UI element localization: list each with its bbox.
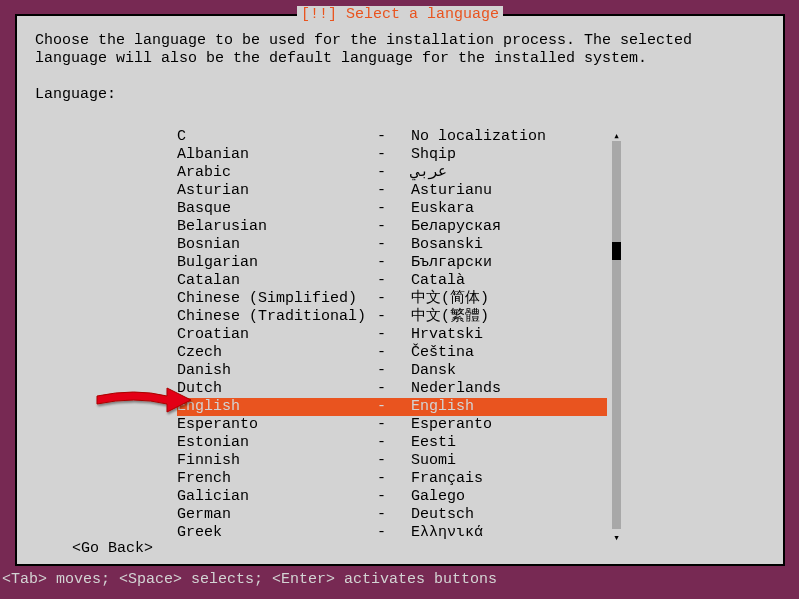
language-native: Shqip — [411, 146, 607, 164]
language-native: Català — [411, 272, 607, 290]
separator: - — [377, 272, 411, 290]
separator: - — [377, 164, 411, 182]
scroll-down-icon[interactable]: ▾ — [612, 529, 621, 543]
language-option[interactable]: Finnish - Suomi — [177, 452, 607, 470]
language-name: Dutch — [177, 380, 377, 398]
language-option[interactable]: Danish - Dansk — [177, 362, 607, 380]
language-option[interactable]: French - Français — [177, 470, 607, 488]
language-option[interactable]: Albanian - Shqip — [177, 146, 607, 164]
language-name: Arabic — [177, 164, 377, 182]
language-native: Nederlands — [411, 380, 607, 398]
dialog-title: [!!] Select a language — [297, 6, 503, 24]
language-name: Finnish — [177, 452, 377, 470]
separator: - — [377, 362, 411, 380]
separator: - — [377, 398, 411, 416]
language-option[interactable]: Arabic - عربي — [177, 164, 607, 182]
language-name: French — [177, 470, 377, 488]
language-option[interactable]: Chinese (Traditional) - 中文(繁體) — [177, 308, 607, 326]
separator: - — [377, 200, 411, 218]
language-native: English — [411, 398, 607, 416]
separator: - — [377, 506, 411, 524]
dialog-content: Choose the language to be used for the i… — [17, 16, 783, 138]
separator: - — [377, 308, 411, 326]
language-native: عربي — [411, 164, 607, 182]
language-native: Беларуская — [411, 218, 607, 236]
language-option[interactable]: Bulgarian - Български — [177, 254, 607, 272]
language-native: Euskara — [411, 200, 607, 218]
language-option[interactable]: Czech - Čeština — [177, 344, 607, 362]
language-native: Dansk — [411, 362, 607, 380]
separator: - — [377, 182, 411, 200]
language-option[interactable]: Bosnian - Bosanski — [177, 236, 607, 254]
language-native: Čeština — [411, 344, 607, 362]
language-name: Czech — [177, 344, 377, 362]
language-option[interactable]: Greek - Ελληνικά — [177, 524, 607, 542]
language-native: Deutsch — [411, 506, 607, 524]
language-option[interactable]: Estonian - Eesti — [177, 434, 607, 452]
prompt-label: Language: — [35, 86, 765, 104]
separator: - — [377, 524, 411, 542]
language-name: German — [177, 506, 377, 524]
language-name: C — [177, 128, 377, 146]
scroll-thumb[interactable] — [612, 242, 621, 260]
language-name: Bosnian — [177, 236, 377, 254]
language-name: Bulgarian — [177, 254, 377, 272]
language-native: Suomi — [411, 452, 607, 470]
language-native: Ελληνικά — [411, 524, 607, 542]
separator: - — [377, 128, 411, 146]
dialog-title-bar: [!!] Select a language — [17, 6, 783, 24]
language-native: Français — [411, 470, 607, 488]
scrollbar[interactable]: ▴ ▾ — [612, 128, 621, 542]
language-option[interactable]: Asturian - Asturianu — [177, 182, 607, 200]
language-native: Bosanski — [411, 236, 607, 254]
language-native: Galego — [411, 488, 607, 506]
language-native: Asturianu — [411, 182, 607, 200]
language-name: Chinese (Traditional) — [177, 308, 377, 326]
language-name: Basque — [177, 200, 377, 218]
separator: - — [377, 380, 411, 398]
go-back-button[interactable]: <Go Back> — [72, 540, 153, 558]
separator: - — [377, 254, 411, 272]
separator: - — [377, 218, 411, 236]
language-list[interactable]: C - No localizationAlbanian - ShqipArabi… — [177, 128, 607, 542]
language-name: Belarusian — [177, 218, 377, 236]
separator: - — [377, 470, 411, 488]
separator: - — [377, 344, 411, 362]
language-option[interactable]: Esperanto - Esperanto — [177, 416, 607, 434]
language-name: Catalan — [177, 272, 377, 290]
language-option[interactable]: Basque - Euskara — [177, 200, 607, 218]
separator: - — [377, 326, 411, 344]
language-name: Esperanto — [177, 416, 377, 434]
language-option[interactable]: Dutch - Nederlands — [177, 380, 607, 398]
language-name: Estonian — [177, 434, 377, 452]
separator: - — [377, 290, 411, 308]
language-option[interactable]: German - Deutsch — [177, 506, 607, 524]
separator: - — [377, 434, 411, 452]
language-native: No localization — [411, 128, 607, 146]
language-option[interactable]: Croatian - Hrvatski — [177, 326, 607, 344]
language-option[interactable]: Belarusian - Беларуская — [177, 218, 607, 236]
language-name: Albanian — [177, 146, 377, 164]
language-native: Български — [411, 254, 607, 272]
language-name: Asturian — [177, 182, 377, 200]
separator: - — [377, 452, 411, 470]
language-name: Croatian — [177, 326, 377, 344]
separator: - — [377, 146, 411, 164]
language-option[interactable]: Catalan - Català — [177, 272, 607, 290]
language-name: Galician — [177, 488, 377, 506]
footer-hint: <Tab> moves; <Space> selects; <Enter> ac… — [0, 571, 799, 589]
language-option[interactable]: C - No localization — [177, 128, 607, 146]
language-option[interactable]: English - English — [177, 398, 607, 416]
language-native: Esperanto — [411, 416, 607, 434]
scroll-up-icon[interactable]: ▴ — [612, 127, 621, 141]
language-option[interactable]: Chinese (Simplified) - 中文(简体) — [177, 290, 607, 308]
language-native: 中文(繁體) — [411, 308, 607, 326]
language-native: 中文(简体) — [411, 290, 607, 308]
separator: - — [377, 416, 411, 434]
language-option[interactable]: Galician - Galego — [177, 488, 607, 506]
instruction-text: Choose the language to be used for the i… — [35, 32, 765, 68]
language-name: English — [177, 398, 377, 416]
separator: - — [377, 488, 411, 506]
language-name: Danish — [177, 362, 377, 380]
language-native: Hrvatski — [411, 326, 607, 344]
